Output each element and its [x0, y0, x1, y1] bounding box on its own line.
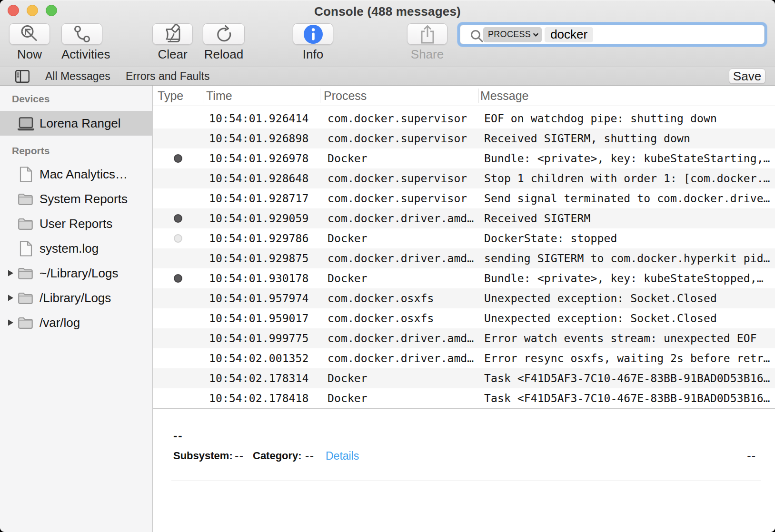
subsystem-value: --: [235, 449, 244, 463]
sidebar-item-label: Lorena Rangel: [40, 116, 121, 131]
log-row[interactable]: 10:54:02.001352 com.docker.driver.amd… E…: [153, 348, 775, 368]
save-button[interactable]: Save: [729, 69, 765, 84]
sidebar-item-lorena-rangel[interactable]: Lorena Rangel: [0, 111, 153, 136]
clear-icon: [162, 24, 184, 45]
table-body: 10:54:01.926414 com.docker.supervisor EO…: [153, 108, 775, 408]
activities-button[interactable]: [61, 23, 102, 45]
cell-process: Docker: [328, 368, 475, 388]
log-row[interactable]: 10:54:01.959017 com.docker.osxfs Unexpec…: [153, 308, 775, 328]
log-level-dot-dark: [174, 274, 182, 283]
log-row[interactable]: 10:54:01.926898 com.docker.supervisor Re…: [153, 128, 775, 148]
column-header-time[interactable]: Time: [206, 86, 232, 106]
cell-message: Task <F41D5AF3-7C10-467E-83BB-91BAD0D53B…: [484, 388, 773, 408]
search-filter-token-label: PROCESS: [488, 30, 531, 39]
cell-process: com.docker.supervisor: [328, 128, 475, 148]
cell-process: com.docker.driver.amd…: [328, 328, 475, 348]
log-row[interactable]: 10:54:01.929875 com.docker.driver.amd… s…: [153, 248, 775, 268]
tab-errors-and-faults[interactable]: Errors and Faults: [126, 67, 209, 85]
cell-time: 10:54:01.929786: [209, 228, 309, 248]
info-button[interactable]: [293, 23, 333, 45]
sidebar-item-system-log[interactable]: system.log: [0, 236, 153, 261]
info-button-label: Info: [293, 47, 333, 61]
content-area: Devices Reports Lorena Rangel Mac Analyt…: [0, 86, 775, 532]
log-table: Type Time Process Message 10:54:01.92641…: [153, 86, 775, 532]
cell-process: com.docker.supervisor: [328, 188, 475, 208]
sidebar-item-library-logs[interactable]: ~/Library/Logs: [0, 261, 153, 286]
disclosure-triangle-icon[interactable]: [7, 294, 14, 302]
sidebar-item-label: Mac Analytics…: [40, 167, 128, 182]
details-divider: [171, 481, 761, 481]
cell-process: Docker: [328, 388, 475, 408]
log-row[interactable]: 10:54:02.178314 Docker Task <F41D5AF3-7C…: [153, 368, 775, 388]
log-row[interactable]: 10:54:01.926978 Docker Bundle: <private>…: [153, 148, 775, 168]
sidebar-item-mac-analytics[interactable]: Mac Analytics…: [0, 162, 153, 187]
log-row[interactable]: 10:54:01.930178 Docker Bundle: <private>…: [153, 268, 775, 288]
cell-process: Docker: [328, 228, 475, 248]
column-header-message[interactable]: Message: [480, 86, 528, 106]
log-row[interactable]: 10:54:01.928717 com.docker.supervisor Se…: [153, 188, 775, 208]
cell-message: Error watch events stream: unexpected EO…: [484, 328, 773, 348]
cell-message: Bundle: <private>, key: kubeStateStopped…: [484, 268, 773, 288]
search-focus-ring: PROCESS docker: [457, 22, 767, 47]
log-row[interactable]: 10:54:01.928648 com.docker.supervisor St…: [153, 168, 775, 188]
sidebar-item-var-log[interactable]: /var/log: [0, 310, 153, 335]
cell-message: Received SIGTERM: [484, 208, 773, 228]
log-row[interactable]: 10:54:01.999775 com.docker.driver.amd… E…: [153, 328, 775, 348]
cell-message: Error resync osxfs, waiting 2s before re…: [484, 348, 773, 368]
cell-message: Bundle: <private>, key: kubeStateStartin…: [484, 148, 773, 168]
cell-time: 10:54:01.926898: [209, 128, 309, 148]
scope-bar: All Messages Errors and Faults Save: [0, 67, 775, 86]
cell-time: 10:54:01.926978: [209, 148, 309, 168]
sidebar-toggle-button[interactable]: [15, 70, 30, 83]
cell-process: com.docker.supervisor: [328, 108, 475, 128]
log-row[interactable]: 10:54:01.926414 com.docker.supervisor EO…: [153, 108, 775, 128]
reload-button[interactable]: [203, 23, 245, 45]
folder-icon: [18, 267, 33, 279]
now-button[interactable]: [9, 23, 50, 45]
cell-time: 10:54:02.001352: [209, 348, 309, 368]
sidebar-item-library-logs[interactable]: /Library/Logs: [0, 286, 153, 310]
log-level-dot-dark: [174, 214, 182, 223]
column-header-type[interactable]: Type: [158, 86, 183, 106]
log-row[interactable]: 10:54:01.929059 com.docker.driver.amd… R…: [153, 208, 775, 228]
sidebar-item-user-reports[interactable]: User Reports: [0, 211, 153, 236]
activities-icon: [72, 25, 92, 44]
column-header-process[interactable]: Process: [324, 86, 367, 106]
search-icon: [470, 30, 484, 43]
details-pane: -- Subsystem: -- Category: -- Details --: [153, 408, 775, 532]
search-query-token[interactable]: docker: [545, 27, 593, 42]
log-row[interactable]: 10:54:01.929786 Docker DockerState: stop…: [153, 228, 775, 248]
table-header: Type Time Process Message: [153, 86, 775, 106]
cell-process: com.docker.osxfs: [328, 288, 475, 308]
clear-button-label: Clear: [152, 47, 193, 61]
cell-process: Docker: [328, 148, 475, 168]
cell-message: Stop 1 children with order 1: [com.docke…: [484, 168, 773, 188]
now-icon: [19, 24, 40, 44]
disclosure-triangle-icon[interactable]: [7, 319, 14, 327]
clear-button[interactable]: [152, 23, 193, 45]
details-right-value: --: [747, 449, 756, 463]
disclosure-triangle-icon[interactable]: [7, 269, 14, 277]
subsystem-label: Subsystem:: [173, 449, 233, 463]
sidebar-item-system-reports[interactable]: System Reports: [0, 187, 153, 211]
cell-message: Unexpected exception: Socket.Closed: [484, 288, 773, 308]
tab-all-messages[interactable]: All Messages: [45, 67, 110, 85]
share-icon: [418, 24, 437, 44]
cell-process: com.docker.osxfs: [328, 308, 475, 328]
share-button[interactable]: [407, 23, 447, 45]
sidebar-section-devices: Devices: [12, 93, 50, 108]
details-link[interactable]: Details: [326, 449, 359, 463]
log-row[interactable]: 10:54:01.957974 com.docker.osxfs Unexpec…: [153, 288, 775, 308]
cell-time: 10:54:01.930178: [209, 268, 309, 288]
column-separator[interactable]: [320, 89, 320, 103]
search-filter-token[interactable]: PROCESS: [483, 27, 542, 42]
column-separator[interactable]: [203, 89, 203, 103]
log-level-dot-dark: [174, 154, 182, 163]
category-label: Category:: [253, 449, 302, 463]
column-separator[interactable]: [478, 89, 479, 103]
cell-process: com.docker.supervisor: [328, 168, 475, 188]
search-input[interactable]: PROCESS docker: [460, 25, 765, 44]
cell-time: 10:54:01.999775: [209, 328, 309, 348]
cell-time: 10:54:01.929059: [209, 208, 309, 228]
log-row[interactable]: 10:54:02.178418 Docker Task <F41D5AF3-7C…: [153, 388, 775, 408]
